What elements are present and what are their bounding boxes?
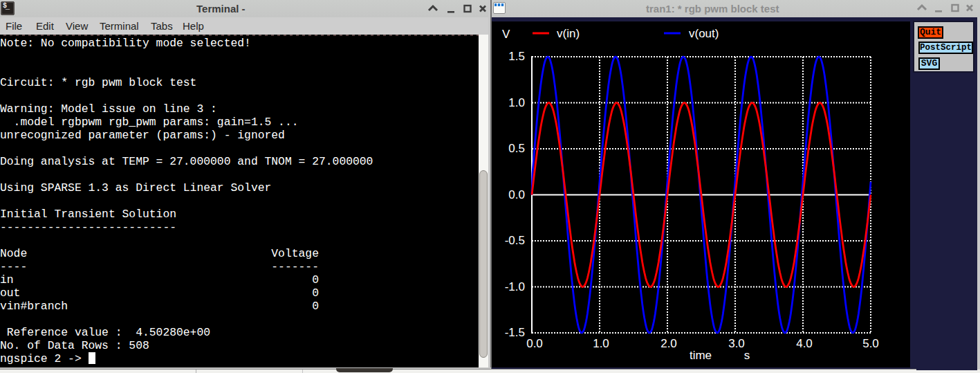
svg-text:-1.0: -1.0: [505, 280, 525, 293]
svg-text:1.5: 1.5: [508, 50, 525, 63]
svg-text:0.5: 0.5: [508, 142, 525, 155]
svg-text:1.0: 1.0: [593, 337, 609, 350]
svg-text:-0.5: -0.5: [505, 234, 525, 247]
svg-text:1.0: 1.0: [508, 96, 525, 109]
svg-text:2.0: 2.0: [660, 337, 677, 350]
svg-text:0.0: 0.0: [508, 188, 525, 201]
svg-text:v(out): v(out): [689, 27, 719, 40]
svg-text:time: time: [690, 349, 712, 362]
svg-text:4.0: 4.0: [796, 337, 813, 350]
svg-text:5.0: 5.0: [862, 337, 879, 350]
svg-text:s: s: [744, 349, 750, 362]
svg-text:v(in): v(in): [557, 27, 580, 40]
svg-text:V: V: [502, 28, 510, 41]
svg-text:-1.5: -1.5: [505, 326, 525, 339]
svg-text:0.0: 0.0: [526, 337, 543, 350]
svg-text:3.0: 3.0: [728, 337, 745, 350]
